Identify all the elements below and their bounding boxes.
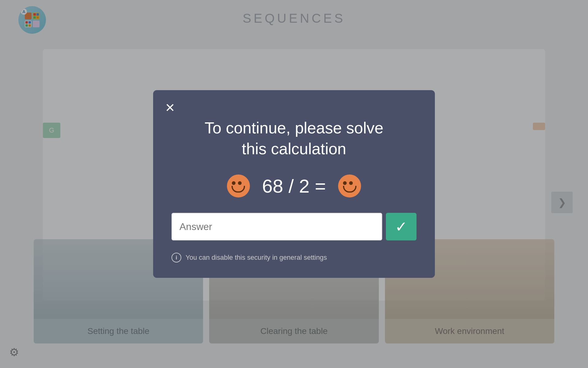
calculation-area: 68 / 2 = — [172, 174, 417, 197]
calculation-modal: × To continue, please solve this calcula… — [153, 90, 435, 278]
checkmark-icon: ✓ — [395, 218, 407, 235]
info-icon: i — [172, 253, 181, 263]
modal-close-button[interactable]: × — [165, 99, 175, 115]
modal-info-text: i You can disable this security in gener… — [172, 253, 417, 263]
modal-title: To continue, please solve this calculati… — [172, 118, 417, 159]
answer-input-area: ✓ — [172, 213, 417, 240]
submit-button[interactable]: ✓ — [386, 213, 417, 240]
smiley-left-icon — [227, 174, 250, 197]
answer-input[interactable] — [172, 213, 382, 240]
smiley-right-icon — [338, 174, 361, 197]
calculation-expression: 68 / 2 = — [262, 175, 326, 197]
